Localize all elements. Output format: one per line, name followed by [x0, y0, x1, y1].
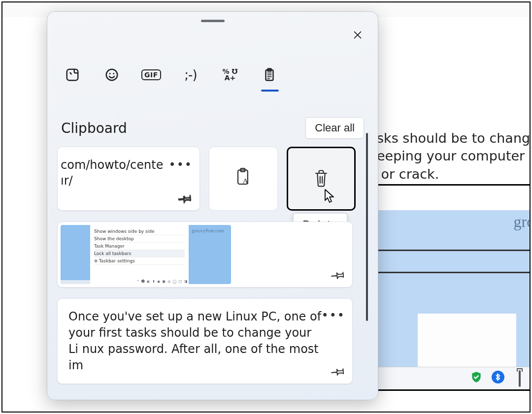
tab-gif[interactable]: GIF: [140, 62, 163, 88]
trash-icon: [311, 168, 331, 190]
svg-point-5: [113, 73, 114, 74]
background-embedded-image: groovyPo: [377, 184, 531, 391]
tab-stickers[interactable]: [61, 62, 84, 88]
svg-rect-2: [67, 69, 78, 81]
thumb-menu-item: Show the desktop: [94, 235, 185, 243]
item-more-button[interactable]: •••: [322, 309, 345, 322]
thumb-watermark: groovyPost.com: [192, 228, 224, 233]
tab-emoji[interactable]: [100, 62, 123, 88]
usb-drive-icon: [513, 371, 527, 386]
thumb-menu-item: Taskbar settings: [94, 257, 185, 265]
svg-point-3: [106, 69, 118, 81]
gif-label: GIF: [141, 69, 161, 80]
clear-all-button[interactable]: Clear all: [305, 117, 364, 139]
item-more-button[interactable]: •••: [169, 158, 193, 172]
thumb-menu-item: Lock all taskbars: [94, 250, 185, 257]
input-panel-window: GIF ;-) % ℧A+ Clipboard Clear all com/ho…: [47, 11, 378, 400]
thumb-tray-icons: ^ ⓿ ◐ ⬆ ◉ ▣ ◎ ◯ ▢ ◨: [136, 280, 188, 284]
clipboard-items: com/howto/cente ır/ ••• A: [57, 147, 363, 384]
scrollbar[interactable]: [366, 133, 368, 321]
section-title: Clipboard: [61, 120, 127, 136]
cursor-icon: [324, 189, 335, 204]
kaomoji-label: ;-): [184, 67, 197, 82]
background-article-text: sks should be to change y eeping your co…: [377, 129, 531, 183]
thumb-menu-item: Task Manager: [94, 243, 185, 250]
tab-clipboard[interactable]: [258, 62, 281, 88]
close-button[interactable]: [349, 27, 366, 43]
clipboard-item-text[interactable]: Once you've set up a new Linux PC, one o…: [57, 298, 353, 384]
clipboard-text-icon: A: [233, 168, 253, 190]
background-taskbar: [378, 367, 531, 389]
pin-button[interactable]: [332, 268, 345, 282]
pin-button[interactable]: [179, 191, 193, 205]
clipboard-item-content: Once you've set up a new Linux PC, one o…: [68, 309, 325, 374]
pin-button[interactable]: [332, 365, 345, 379]
clipboard-item-thumbnail: Show windows side by side Show the deskt…: [61, 225, 231, 284]
drag-handle[interactable]: [201, 20, 225, 22]
clipboard-item-image[interactable]: Show windows side by side Show the deskt…: [57, 222, 353, 287]
shield-check-icon: [469, 371, 483, 386]
clipboard-item-text[interactable]: com/howto/cente ır/ •••: [57, 147, 200, 211]
symbols-icon: % ℧A+: [223, 68, 238, 82]
bluetooth-icon: [491, 371, 505, 386]
delete-button[interactable]: Delete: [287, 147, 356, 211]
paste-as-text-button[interactable]: A: [209, 147, 278, 211]
background-logo-text: groovyPo: [514, 213, 531, 231]
category-tabs: GIF ;-) % ℧A+: [61, 62, 281, 88]
screenshot-frame: sks should be to change y eeping your co…: [1, 1, 531, 413]
svg-text:A: A: [242, 176, 249, 186]
tab-symbols[interactable]: % ℧A+: [219, 62, 241, 88]
tab-kaomoji[interactable]: ;-): [179, 62, 202, 88]
thumb-menu-item: Show windows side by side: [94, 228, 185, 235]
svg-point-4: [109, 73, 111, 74]
